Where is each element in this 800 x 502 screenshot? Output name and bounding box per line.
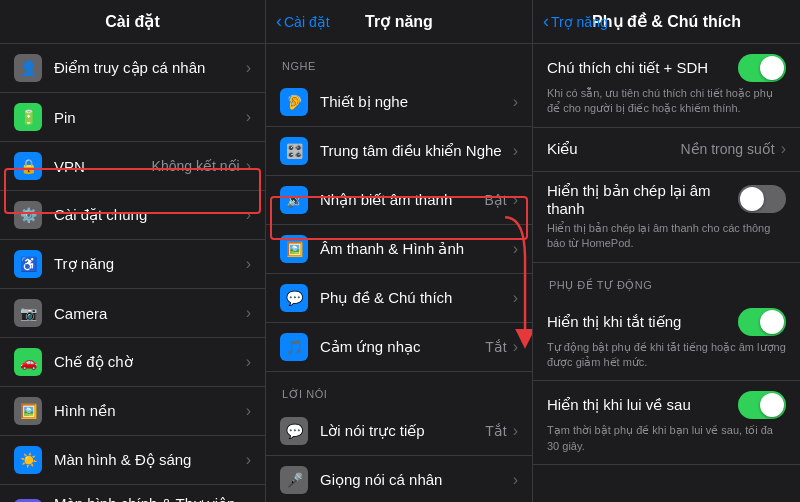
panel1-navbar: Cài đặt	[0, 0, 265, 44]
panel1-item-vpn[interactable]: 🔒VPNKhông kết nối›	[0, 142, 265, 191]
hien-thi-khi-tat-tieng-toggle-knob	[760, 310, 784, 334]
thiet-bi-nghe-icon: 🦻	[280, 88, 308, 116]
cai-dat-chung-label: Cài đặt chung	[54, 206, 246, 224]
panel2-item-loi-noi-truc-tiep[interactable]: 💬Lời nói trực tiếpTắt›	[266, 407, 532, 456]
vpn-label: VPN	[54, 158, 152, 175]
hien-thi-khi-lui-ve-sau-toggle[interactable]	[738, 391, 786, 419]
pin-label: Pin	[54, 109, 246, 126]
panel2-item-trung-tam-dieu-khien-nghe[interactable]: 🎛️Trung tâm điều khiển Nghe›	[266, 127, 532, 176]
panel1-list: 👤Điểm truy cập cá nhân›🔋Pin›🔒VPNKhông kế…	[0, 44, 265, 502]
nhan-biet-am-thanh-icon: 🔉	[280, 186, 308, 214]
panel-tro-nang: ‹ Cài đặt Trợ năng NGHE🦻Thiết bị nghe›🎛️…	[266, 0, 533, 502]
hien-thi-ban-chep-lai-am-thanh-toggle[interactable]	[738, 185, 786, 213]
panel1-item-man-hinh-thu-vien[interactable]: 📱Màn hình chính & Thư viện ứng dụng›	[0, 485, 265, 502]
hien-thi-ban-chep-lai-am-thanh-sub: Hiển thị bản chép lại âm thanh cho các t…	[547, 221, 786, 252]
chu-thich-chi-tiet-sdh-toggle-knob	[760, 56, 784, 80]
kieu-chevron-icon: ›	[781, 140, 786, 158]
am-thanh-hinh-anh-label: Âm thanh & Hình ảnh	[320, 240, 513, 258]
panel3-back-label: Trợ năng	[551, 14, 608, 30]
panel3-item-kieu[interactable]: KiểuNền trong suốt›	[533, 128, 800, 172]
che-do-cho-icon: 🚗	[14, 348, 42, 376]
panel3-back[interactable]: ‹ Trợ năng	[543, 11, 608, 32]
chu-thich-chi-tiet-sdh-toggle[interactable]	[738, 54, 786, 82]
thiet-bi-nghe-chevron-icon: ›	[513, 93, 518, 111]
panel2-item-phu-de-chu-thich[interactable]: 💬Phụ đề & Chú thích›	[266, 274, 532, 323]
panel2-navbar: ‹ Cài đặt Trợ năng	[266, 0, 532, 44]
giong-noi-ca-nhan-icon: 🎤	[280, 466, 308, 494]
panel3-title: Phụ đề & Chú thích	[592, 12, 741, 31]
panel2-title: Trợ năng	[365, 12, 433, 31]
loi-noi-truc-tiep-value: Tắt	[485, 423, 506, 439]
panel-phu-de: ‹ Trợ năng Phụ đề & Chú thích Chú thích …	[533, 0, 800, 502]
panel3-list: Chú thích chi tiết + SDHKhi có sẵn, ưu t…	[533, 44, 800, 502]
giong-noi-ca-nhan-label: Giọng nói cá nhân	[320, 471, 513, 489]
panel1-item-che-do-cho[interactable]: 🚗Chế độ chờ›	[0, 338, 265, 387]
diem-truy-cap-label: Điểm truy cập cá nhân	[54, 59, 246, 77]
loi-noi-truc-tiep-chevron-icon: ›	[513, 422, 518, 440]
kieu-label: Kiểu	[547, 140, 680, 158]
kieu-value: Nền trong suốt	[680, 141, 774, 157]
hien-thi-khi-lui-ve-sau-label: Hiển thị khi lui về sau	[547, 396, 738, 414]
panel1-item-hinh-nen[interactable]: 🖼️Hình nền›	[0, 387, 265, 436]
phu-de-chu-thich-label: Phụ đề & Chú thích	[320, 289, 513, 307]
hien-thi-ban-chep-lai-am-thanh-toggle-knob	[740, 187, 764, 211]
loi-noi-truc-tiep-icon: 💬	[280, 417, 308, 445]
hien-thi-khi-lui-ve-sau-toggle-knob	[760, 393, 784, 417]
panel2-item-am-thanh-hinh-anh[interactable]: 🖼️Âm thanh & Hình ảnh›	[266, 225, 532, 274]
vpn-chevron-icon: ›	[246, 157, 251, 175]
cam-ung-nhac-icon: 🎵	[280, 333, 308, 361]
tro-nang-icon: ♿	[14, 250, 42, 278]
man-hinh-thu-vien-label: Màn hình chính & Thư viện ứng dụng	[54, 495, 246, 502]
panel2-item-thiet-bi-nghe[interactable]: 🦻Thiết bị nghe›	[266, 78, 532, 127]
back-chevron-icon-3: ‹	[543, 11, 549, 32]
camera-chevron-icon: ›	[246, 304, 251, 322]
nhan-biet-am-thanh-value: Bật	[484, 192, 506, 208]
hinh-nen-chevron-icon: ›	[246, 402, 251, 420]
panel2-item-giong-noi-ca-nhan[interactable]: 🎤Giọng nói cá nhân›	[266, 456, 532, 502]
panel2-item-cam-ung-nhac[interactable]: 🎵Cảm ứng nhạcTắt›	[266, 323, 532, 372]
panel3-item-hien-thi-ban-chep-lai-am-thanh[interactable]: Hiển thị bản chép lại âm thanhHiển thị b…	[533, 172, 800, 263]
panel1-item-tro-nang[interactable]: ♿Trợ năng›	[0, 240, 265, 289]
tro-nang-chevron-icon: ›	[246, 255, 251, 273]
man-hinh-do-sang-icon: ☀️	[14, 446, 42, 474]
hien-thi-khi-tat-tieng-toggle[interactable]	[738, 308, 786, 336]
camera-icon: 📷	[14, 299, 42, 327]
am-thanh-hinh-anh-chevron-icon: ›	[513, 240, 518, 258]
chu-thich-chi-tiet-sdh-label: Chú thích chi tiết + SDH	[547, 59, 738, 77]
hien-thi-khi-lui-ve-sau-sub: Tạm thời bật phụ đề khi bạn lui về sau, …	[547, 423, 786, 454]
che-do-cho-label: Chế độ chờ	[54, 353, 246, 371]
hien-thi-khi-tat-tieng-sub: Tự động bật phụ đề khi tắt tiếng hoặc âm…	[547, 340, 786, 371]
panel1-item-cai-dat-chung[interactable]: ⚙️Cài đặt chung›	[0, 191, 265, 240]
panel2-back[interactable]: ‹ Cài đặt	[276, 11, 330, 32]
pin-icon: 🔋	[14, 103, 42, 131]
cam-ung-nhac-value: Tắt	[485, 339, 506, 355]
hien-thi-ban-chep-lai-am-thanh-label: Hiển thị bản chép lại âm thanh	[547, 182, 738, 217]
che-do-cho-chevron-icon: ›	[246, 353, 251, 371]
tro-nang-label: Trợ năng	[54, 255, 246, 273]
am-thanh-hinh-anh-icon: 🖼️	[280, 235, 308, 263]
panel1-item-man-hinh-do-sang[interactable]: ☀️Màn hình & Độ sáng›	[0, 436, 265, 485]
trung-tam-dieu-khien-nghe-chevron-icon: ›	[513, 142, 518, 160]
panel1-title: Cài đặt	[105, 12, 159, 31]
hinh-nen-icon: 🖼️	[14, 397, 42, 425]
phu-de-chu-thich-icon: 💬	[280, 284, 308, 312]
cam-ung-nhac-chevron-icon: ›	[513, 338, 518, 356]
panel1-item-pin[interactable]: 🔋Pin›	[0, 93, 265, 142]
panel3-item-hien-thi-khi-lui-ve-sau[interactable]: Hiển thị khi lui về sauTạm thời bật phụ …	[533, 381, 800, 465]
hinh-nen-label: Hình nền	[54, 402, 246, 420]
pin-chevron-icon: ›	[246, 108, 251, 126]
panel2-item-nhan-biet-am-thanh[interactable]: 🔉Nhận biết âm thanhBật›	[266, 176, 532, 225]
nhan-biet-am-thanh-label: Nhận biết âm thanh	[320, 191, 484, 209]
cai-dat-chung-chevron-icon: ›	[246, 206, 251, 224]
loi-noi-truc-tiep-label: Lời nói trực tiếp	[320, 422, 485, 440]
panel3-item-chu-thich-chi-tiet-sdh[interactable]: Chú thích chi tiết + SDHKhi có sẵn, ưu t…	[533, 44, 800, 128]
panel3-item-hien-thi-khi-tat-tieng[interactable]: Hiển thị khi tắt tiếngTự động bật phụ đề…	[533, 298, 800, 382]
panel1-item-camera[interactable]: 📷Camera›	[0, 289, 265, 338]
cam-ung-nhac-label: Cảm ứng nhạc	[320, 338, 485, 356]
section-auto-header: PHỤ ĐỀ TỰ ĐỘNG	[533, 263, 800, 298]
panel3-navbar: ‹ Trợ năng Phụ đề & Chú thích	[533, 0, 800, 44]
phu-de-chu-thich-chevron-icon: ›	[513, 289, 518, 307]
panel1-item-diem-truy-cap[interactable]: 👤Điểm truy cập cá nhân›	[0, 44, 265, 93]
vpn-icon: 🔒	[14, 152, 42, 180]
trung-tam-dieu-khien-nghe-label: Trung tâm điều khiển Nghe	[320, 142, 513, 160]
